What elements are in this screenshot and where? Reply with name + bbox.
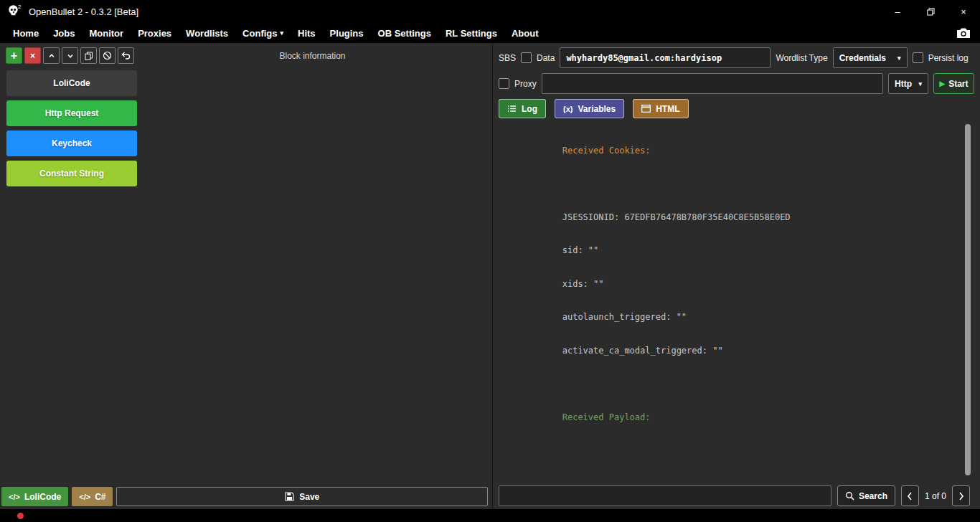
log-search-input[interactable] (499, 485, 831, 506)
menu-item[interactable]: OB Settings (371, 23, 438, 43)
screenshot-camera-button[interactable] (953, 24, 974, 42)
search-icon (845, 491, 854, 500)
menu-item-label: Proxies (138, 28, 171, 39)
data-input[interactable] (560, 47, 771, 68)
menu-item[interactable]: Jobs (46, 23, 82, 43)
view-lolicode-button[interactable]: </> LoliCode (1, 487, 68, 506)
list-icon (507, 105, 517, 113)
menu-item-label: OB Settings (378, 28, 431, 39)
menu-item-label: Hits (298, 28, 316, 39)
stacker-block-label: Http Request (45, 108, 99, 118)
menu-item[interactable]: Configs ▾ (235, 23, 291, 43)
window-controls: – × (881, 0, 980, 23)
stacker-block[interactable]: Http Request (6, 100, 137, 126)
menu-item-label: Plugins (330, 28, 364, 39)
undo-arrow-icon (121, 52, 131, 60)
scrollbar-thumb[interactable] (965, 124, 971, 475)
move-block-up-button[interactable] (43, 47, 60, 64)
debugger-log: Received Cookies: JSESSIONID: 67EDFB7647… (499, 123, 974, 480)
menu-item[interactable]: About (504, 23, 546, 43)
log-line: {"errorCode":"E0000004","errorSummary":"… (500, 468, 958, 480)
chevron-down-icon (67, 52, 74, 60)
persist-log-checkbox[interactable] (913, 52, 923, 63)
log-line-text: Received Cookies: (562, 146, 651, 156)
menu-items: Home Jobs Monitor Proxies Wordlists Conf… (6, 23, 546, 43)
menu-item-label: Home (13, 28, 39, 39)
log-line (500, 168, 958, 201)
start-button[interactable]: ▶ Start (933, 73, 974, 94)
stacker-panel: + × Block information (0, 43, 493, 509)
proxy-type-value: Http (895, 79, 912, 89)
stacker-toolbar: + × (6, 47, 134, 64)
tab-variables[interactable]: (x) Variables (555, 99, 624, 118)
debugger-proxy-row: Proxy Http ▾ ▶ Start (499, 73, 974, 94)
proxy-input[interactable] (542, 73, 883, 94)
titlebar: 2 OpenBullet 2 - 0.3.2 [Beta] – × (0, 0, 980, 23)
previous-match-button[interactable] (901, 485, 919, 506)
proxy-type-select[interactable]: Http ▾ (888, 73, 928, 94)
log-line (500, 435, 958, 468)
undo-button[interactable] (118, 47, 134, 64)
view-csharp-button[interactable]: </> C# (72, 487, 113, 506)
stacker-block[interactable]: Constant String (6, 161, 137, 186)
stacker-block-label: Keycheck (52, 138, 92, 148)
log-lines: Received Cookies: JSESSIONID: 67EDFB7647… (500, 134, 958, 480)
view-lolicode-label: LoliCode (24, 492, 61, 502)
stacker-block-label: LoliCode (53, 78, 90, 88)
menu-item[interactable]: Monitor (82, 23, 131, 43)
view-csharp-label: C# (95, 492, 105, 502)
wordlist-type-select[interactable]: Credentials ▾ (833, 47, 908, 68)
chevron-down-icon: ▾ (897, 54, 901, 62)
chevron-right-icon (958, 492, 964, 500)
menubar: Home Jobs Monitor Proxies Wordlists Conf… (0, 23, 980, 43)
search-label: Search (859, 491, 887, 501)
menu-item[interactable]: Home (6, 23, 46, 43)
proxy-label: Proxy (514, 79, 537, 89)
app-logo-icon: 2 (6, 4, 23, 19)
add-block-button[interactable]: + (6, 47, 22, 64)
log-line-text: {"errorCode":"E0000004","errorSummary":"… (500, 479, 946, 480)
stacker-block[interactable]: LoliCode (6, 70, 137, 96)
move-block-down-button[interactable] (62, 47, 78, 64)
chevron-down-icon: ▾ (918, 80, 922, 87)
tab-html[interactable]: HTML (633, 99, 688, 118)
maximize-button[interactable] (914, 0, 947, 23)
tab-log[interactable]: Log (499, 99, 546, 118)
save-config-button[interactable]: Save (116, 487, 488, 506)
close-button[interactable]: × (947, 0, 980, 23)
disable-block-button[interactable] (99, 47, 116, 64)
use-proxy-checkbox[interactable] (499, 78, 509, 89)
log-scrollbar[interactable] (965, 124, 971, 475)
minimize-button[interactable]: – (881, 0, 914, 23)
block-stack: LoliCode Http Request Keycheck Constant … (6, 70, 137, 186)
menu-item-label: RL Settings (446, 28, 497, 39)
data-label: Data (537, 53, 555, 63)
app-window: 2 OpenBullet 2 - 0.3.2 [Beta] – × Home J… (0, 0, 980, 522)
log-line (500, 368, 958, 402)
menu-item[interactable]: Proxies (131, 23, 179, 43)
log-line: Received Payload: (500, 401, 958, 435)
menu-item[interactable]: RL Settings (438, 23, 504, 43)
menu-item[interactable]: Hits (291, 23, 323, 43)
log-line-text: activate_ca_modal_triggered: "" (562, 346, 723, 356)
chevron-up-icon (48, 52, 55, 60)
menu-item[interactable]: Plugins (323, 23, 371, 43)
start-label: Start (948, 79, 968, 89)
variables-icon: (x) (563, 105, 573, 113)
clone-block-button[interactable] (80, 47, 97, 64)
wordlist-type-value: Credentials (839, 53, 886, 63)
stacker-block[interactable]: Keycheck (6, 130, 137, 156)
debugger-data-row: SBS Data Wordlist Type Credentials ▾ Per… (499, 47, 974, 68)
log-line-text: sid: "" (562, 245, 599, 255)
menu-item[interactable]: Wordlists (179, 23, 235, 43)
log-line: autolaunch_triggered: "" (500, 301, 958, 335)
persist-log-label: Persist log (928, 53, 969, 63)
next-match-button[interactable] (952, 485, 970, 506)
debugger-tabs: Log (x) Variables HTML (499, 99, 974, 118)
menu-item-label: Configs (242, 28, 277, 39)
sbs-checkbox[interactable] (521, 52, 532, 63)
remove-block-button[interactable]: × (24, 47, 41, 64)
search-button[interactable]: Search (837, 485, 895, 506)
x-icon: × (30, 51, 35, 61)
log-line-text: autolaunch_triggered: "" (562, 312, 687, 322)
